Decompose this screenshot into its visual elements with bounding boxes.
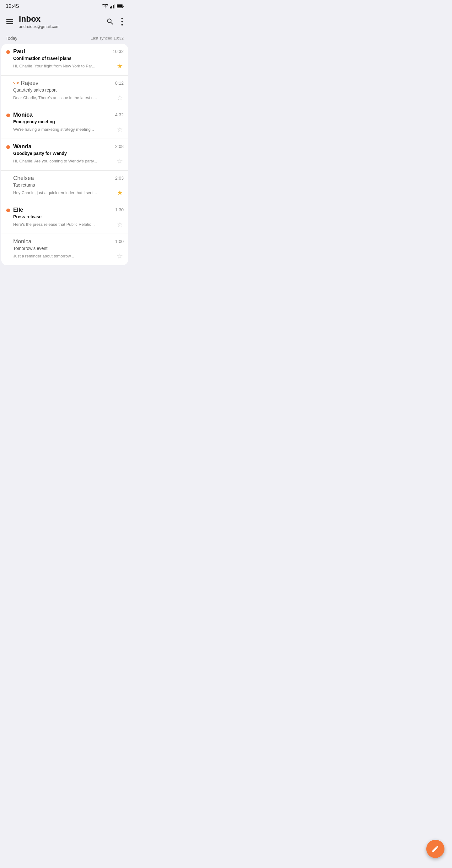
search-button[interactable] xyxy=(105,16,115,27)
vip-badge: VIP xyxy=(13,81,19,85)
email-subject: Press release xyxy=(13,214,124,219)
email-sender-row: Elle xyxy=(13,207,23,213)
email-item[interactable]: Paul10:32Confirmation of travel plansHi,… xyxy=(1,44,128,75)
email-preview-row: Just a reminder about tomorrow...☆ xyxy=(13,251,124,261)
battery-icon xyxy=(117,4,124,8)
section-header: Today Last synced 10:32 xyxy=(0,33,129,44)
star-button[interactable]: ☆ xyxy=(116,251,124,261)
svg-point-8 xyxy=(121,24,123,25)
email-sender: Elle xyxy=(13,207,23,213)
email-time: 1:00 xyxy=(115,239,124,244)
email-subject: Quatrterly sales report xyxy=(13,88,124,93)
email-subject: Goodbye party for Wendy xyxy=(13,151,124,156)
email-preview: Here's the press release that Public Rel… xyxy=(13,222,116,227)
account-email: androidux@gmail.com xyxy=(19,24,60,29)
email-preview: Hey Charlie, just a quick reminder that … xyxy=(13,190,116,195)
email-content: Paul10:32Confirmation of travel plansHi,… xyxy=(13,48,124,71)
unread-dot xyxy=(6,50,10,54)
star-button[interactable]: ☆ xyxy=(116,220,124,229)
email-item[interactable]: Elle1:30Press releaseHere's the press re… xyxy=(1,202,128,234)
header-title-group: Inbox androidux@gmail.com xyxy=(19,14,60,29)
status-icons xyxy=(102,4,124,8)
email-sender-row: Monica xyxy=(13,238,31,245)
wifi-icon xyxy=(102,4,108,8)
email-sender: Monica xyxy=(13,238,31,245)
svg-rect-3 xyxy=(114,4,115,8)
email-content: Elle1:30Press releaseHere's the press re… xyxy=(13,207,124,229)
email-preview-row: We're having a marketing strategy meetin… xyxy=(13,125,124,134)
email-sender-row: VIPRajeev xyxy=(13,80,38,87)
svg-point-6 xyxy=(121,18,123,19)
star-empty-icon: ☆ xyxy=(117,157,123,165)
email-preview-row: Hi, Charlie! Are you coming to Wendy's p… xyxy=(13,156,124,166)
email-item[interactable]: Chelsea2:03Tax returnsHey Charlie, just … xyxy=(1,170,128,202)
email-top-row: Monica1:00 xyxy=(13,238,124,245)
email-sender-row: Paul xyxy=(13,48,25,55)
svg-point-7 xyxy=(121,21,123,22)
email-top-row: Elle1:30 xyxy=(13,207,124,213)
more-options-button[interactable] xyxy=(120,16,124,27)
hamburger-icon xyxy=(6,19,13,24)
email-top-row: Wanda2:08 xyxy=(13,143,124,150)
header-right xyxy=(105,16,124,27)
star-button[interactable]: ★ xyxy=(116,61,124,71)
email-preview-row: Hi, Charlie. Your flight from New York t… xyxy=(13,61,124,71)
email-subject: Tomorrow's event xyxy=(13,246,124,251)
email-list: Paul10:32Confirmation of travel plansHi,… xyxy=(1,44,128,265)
svg-rect-5 xyxy=(117,5,122,7)
email-content: Wanda2:08Goodbye party for WendyHi, Char… xyxy=(13,143,124,166)
email-preview: Hi, Charlie. Your flight from New York t… xyxy=(13,64,116,68)
email-item[interactable]: Wanda2:08Goodbye party for WendyHi, Char… xyxy=(1,139,128,170)
email-subject: Confirmation of travel plans xyxy=(13,56,124,61)
email-sender: Monica xyxy=(13,112,33,118)
svg-rect-0 xyxy=(110,7,111,8)
email-time: 8:12 xyxy=(115,81,124,86)
email-preview: Hi, Charlie! Are you coming to Wendy's p… xyxy=(13,159,116,163)
email-sender: Chelsea xyxy=(13,175,34,182)
star-button[interactable]: ☆ xyxy=(116,93,124,102)
star-empty-icon: ☆ xyxy=(117,252,123,260)
email-preview: Dear Charlie, There's an issue in the la… xyxy=(13,95,116,100)
email-item[interactable]: VIPRajeev8:12Quatrterly sales reportDear… xyxy=(1,75,128,107)
inbox-title: Inbox xyxy=(19,14,60,24)
email-subject: Emergency meeting xyxy=(13,119,124,124)
status-bar: 12:45 xyxy=(0,0,129,11)
star-button[interactable]: ☆ xyxy=(116,125,124,134)
email-time: 2:03 xyxy=(115,176,124,181)
email-content: VIPRajeev8:12Quatrterly sales reportDear… xyxy=(13,80,124,102)
email-subject: Tax returns xyxy=(13,183,124,188)
email-preview: Just a reminder about tomorrow... xyxy=(13,254,116,258)
email-item[interactable]: Monica1:00Tomorrow's eventJust a reminde… xyxy=(1,234,128,265)
search-icon xyxy=(106,18,114,26)
email-top-row: Paul10:32 xyxy=(13,48,124,55)
star-empty-icon: ☆ xyxy=(117,220,123,228)
email-preview-row: Dear Charlie, There's an issue in the la… xyxy=(13,93,124,102)
email-preview-row: Hey Charlie, just a quick reminder that … xyxy=(13,188,124,197)
email-sender-row: Monica xyxy=(13,112,33,118)
star-filled-icon: ★ xyxy=(117,62,123,70)
unread-dot xyxy=(6,114,10,117)
app-header: Inbox androidux@gmail.com xyxy=(0,11,129,33)
email-item[interactable]: Monica4:32Emergency meetingWe're having … xyxy=(1,107,128,139)
email-content: Monica4:32Emergency meetingWe're having … xyxy=(13,112,124,134)
email-time: 10:32 xyxy=(113,49,124,54)
star-empty-icon: ☆ xyxy=(117,94,123,102)
star-button[interactable]: ☆ xyxy=(116,156,124,166)
star-empty-icon: ☆ xyxy=(117,125,123,133)
status-time: 12:45 xyxy=(6,3,19,9)
unread-dot xyxy=(6,145,10,149)
email-top-row: Monica4:32 xyxy=(13,112,124,118)
star-filled-icon: ★ xyxy=(117,189,123,197)
email-sender-row: Chelsea xyxy=(13,175,34,182)
email-time: 4:32 xyxy=(115,112,124,117)
email-content: Chelsea2:03Tax returnsHey Charlie, just … xyxy=(13,175,124,197)
email-time: 1:30 xyxy=(115,207,124,212)
email-sender: Wanda xyxy=(13,143,31,150)
header-left: Inbox androidux@gmail.com xyxy=(5,14,60,29)
unread-dot xyxy=(6,209,10,212)
email-preview: We're having a marketing strategy meetin… xyxy=(13,127,116,132)
menu-button[interactable] xyxy=(5,18,15,25)
star-button[interactable]: ★ xyxy=(116,188,124,197)
last-synced-text: Last synced 10:32 xyxy=(90,36,124,40)
signal-icon xyxy=(110,4,115,8)
